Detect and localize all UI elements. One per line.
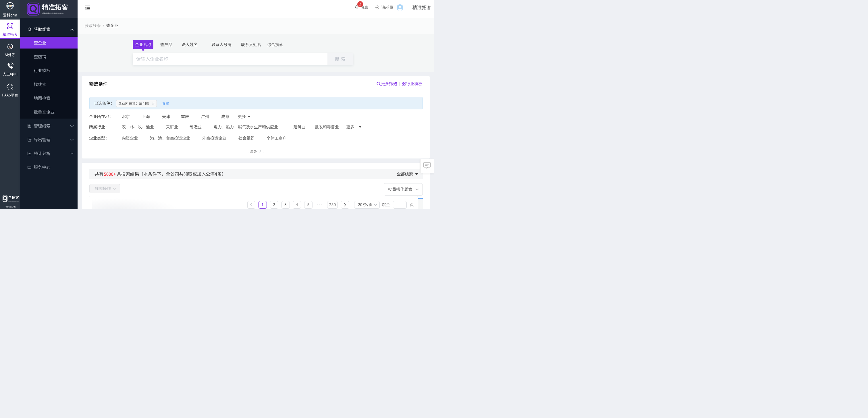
svg-text:AI: AI — [9, 45, 11, 48]
svg-text:CRM: CRM — [7, 5, 13, 7]
